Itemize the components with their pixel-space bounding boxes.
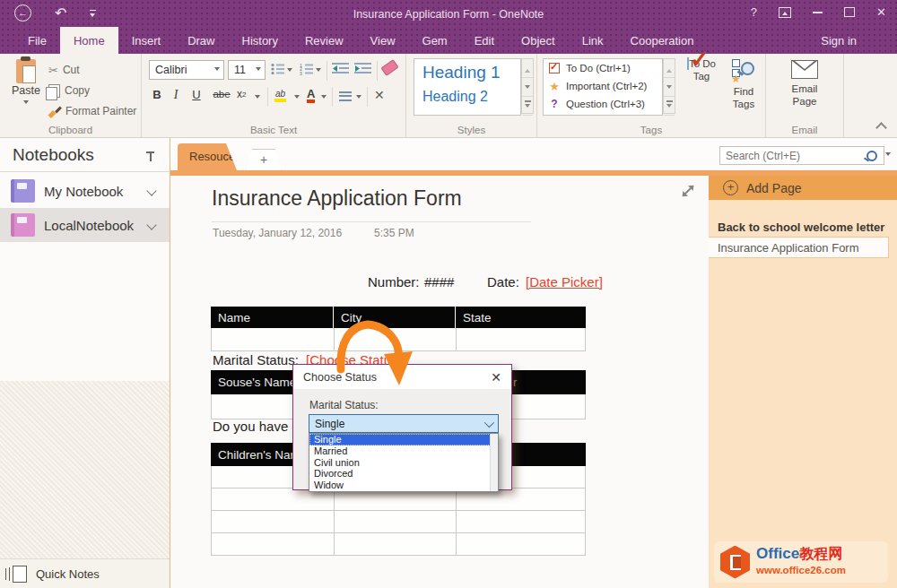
tab-object[interactable]: Object [508,27,569,54]
table-cell[interactable] [335,511,457,532]
date-picker-link[interactable]: [Date Picker] [526,274,603,290]
script-dropdown-icon[interactable] [255,95,260,101]
table-row[interactable] [211,533,586,556]
dropdown-scrollbar[interactable] [490,434,498,491]
applicant-table[interactable]: Name City State [211,307,586,351]
decrease-indent-icon[interactable] [332,63,349,74]
combobox-chevron-icon[interactable] [484,417,494,427]
tags-more-button[interactable] [664,97,675,116]
strikethrough-button[interactable]: abe [211,89,232,99]
quick-notes-button[interactable]: Quick Notes [0,558,170,588]
bullet-list-dropdown-icon[interactable] [287,68,292,74]
todo-tag-button[interactable]: To Do Tag [681,57,722,82]
help-icon[interactable]: ? [751,5,757,19]
font-name-select[interactable]: Calibri [149,60,224,80]
add-section-tab[interactable]: + [246,149,282,172]
alignment-dropdown-icon[interactable] [356,95,361,101]
close-icon[interactable]: ✕ [876,5,886,19]
numbered-list-dropdown-icon[interactable] [316,68,321,74]
bold-button[interactable]: B [151,88,163,101]
italic-button[interactable]: I [171,88,180,102]
tab-file[interactable]: File [14,27,60,54]
page-title[interactable]: Insurance Application Form [212,186,462,211]
subscript-button[interactable]: x2 [237,88,246,100]
increase-indent-icon[interactable] [354,63,371,74]
table-cell[interactable] [212,511,335,532]
table-row[interactable] [211,511,586,533]
dialog-close-icon[interactable]: ✕ [491,370,501,385]
font-color-button[interactable]: A [307,89,315,103]
ribbon-display-icon[interactable] [779,7,791,18]
marital-status-combobox[interactable]: Single [309,414,499,433]
table-cell[interactable] [457,533,585,555]
search-box[interactable] [719,146,884,165]
option-single[interactable]: Single [309,434,498,445]
styles-scroll-up[interactable] [522,59,533,78]
minimize-icon[interactable] [813,12,823,13]
tab-edit[interactable]: Edit [461,27,508,54]
paste-dropdown-icon[interactable] [23,100,29,107]
table-row[interactable] [211,328,586,351]
tag-todo[interactable]: To Do (Ctrl+1) [544,59,662,77]
bullet-list-icon[interactable] [271,63,285,75]
font-color-dropdown-icon[interactable] [321,95,327,101]
page-list-item-back-to-school[interactable]: Back to school welcome letter [718,220,884,234]
tab-view[interactable]: View [357,27,409,54]
copy-button[interactable]: Copy [48,82,90,99]
numbered-list-icon[interactable]: 123 [300,63,314,75]
table-cell[interactable] [212,533,335,555]
notebook-item-my-notebook[interactable]: My Notebook [0,174,170,208]
tab-link[interactable]: Link [569,27,617,54]
styles-more-button[interactable] [522,97,533,116]
tab-insert[interactable]: Insert [118,27,175,54]
table-cell[interactable] [457,511,585,532]
pin-icon[interactable] [146,151,155,162]
find-tags-button[interactable]: ★ Find Tags [724,57,763,110]
tag-important[interactable]: ★ Important (Ctrl+2) [544,77,662,95]
highlight-dropdown-icon[interactable] [294,95,300,101]
underline-button[interactable]: U [190,88,203,101]
paste-button[interactable]: Paste [7,57,45,122]
font-size-dropdown-icon[interactable] [256,67,261,74]
add-page-button[interactable]: + Add Page [709,176,897,200]
section-tab-resouce[interactable]: Resouce [178,143,237,170]
style-heading-2[interactable]: Heading 2 [422,89,488,105]
table-cell[interactable] [335,533,457,555]
tab-history[interactable]: History [229,27,292,54]
tags-scroll-up[interactable] [664,59,675,78]
table-cell[interactable] [212,328,335,350]
tags-scroll-down[interactable] [664,78,675,97]
tab-review[interactable]: Review [292,27,357,54]
chevron-down-icon[interactable] [146,186,156,195]
tab-gem[interactable]: Gem [409,27,461,54]
paragraph-alignment-icon[interactable] [339,91,352,101]
font-name-dropdown-icon[interactable] [214,67,220,74]
email-page-button[interactable]: Email Page [776,57,833,108]
chevron-down-icon[interactable] [146,220,156,229]
collapse-ribbon-icon[interactable] [876,122,884,130]
dialog-title-bar[interactable]: Choose Status ✕ [293,365,511,389]
tab-home[interactable]: Home [60,27,118,54]
table-cell[interactable] [457,328,585,350]
search-input[interactable] [720,149,867,163]
maximize-icon[interactable] [844,7,855,17]
search-icon[interactable] [867,151,877,161]
option-widow[interactable]: Widow [309,480,498,491]
styles-scroll-down[interactable] [522,78,533,97]
expand-page-icon[interactable] [679,182,697,200]
font-size-select[interactable]: 11 [228,60,266,80]
tag-question[interactable]: ? Question (Ctrl+3) [544,95,662,113]
option-divorced[interactable]: Divorced [309,468,498,480]
search-scope-dropdown-icon[interactable] [885,152,891,159]
sign-in-button[interactable]: Sign in [807,27,870,54]
highlight-button[interactable]: ab [274,90,286,102]
format-painter-button[interactable]: Format Painter [48,102,136,120]
tab-draw[interactable]: Draw [174,27,228,54]
style-heading-1[interactable]: Heading 1 [422,63,501,82]
option-married[interactable]: Married [309,445,498,457]
page-list-item-insurance-form[interactable]: Insurance Application Form [709,237,889,258]
delete-icon[interactable]: ✕ [374,88,385,102]
number-value[interactable]: #### [424,274,454,290]
clear-formatting-icon[interactable] [382,63,397,73]
cut-button[interactable]: ✂ Cut [48,61,80,79]
